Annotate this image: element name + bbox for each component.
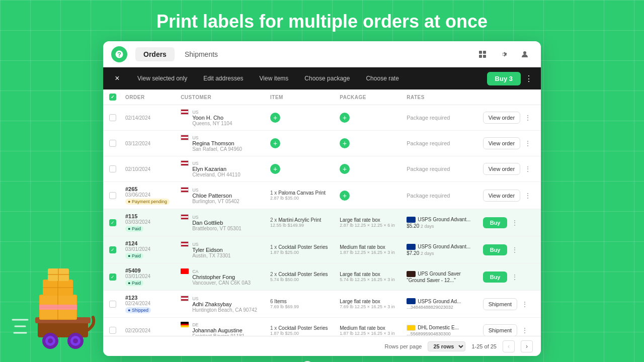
bulk-action-view-selected[interactable]: View selected only [129,75,195,82]
tab-shipments[interactable]: Shipments [177,47,226,61]
shipment-button[interactable]: Shipment [483,298,517,310]
bulk-more-icon[interactable]: ⋮ [525,74,533,83]
table-row: 03/12/2024 US Regina Thomson San Rafael,… [103,131,541,156]
table-container: ORDER CUSTOMER ITEM PACKAGE RATES 02/14/… [103,89,541,336]
action-cell: View order⋮ [479,182,541,209]
app-window: Orders Shipments [103,41,541,356]
action-cell: View order⋮ [479,105,541,131]
package-cell: + [336,156,403,182]
col-order: ORDER [121,89,177,105]
row-checkbox-1[interactable] [109,140,116,147]
bulk-action-view-items[interactable]: View items [252,75,297,82]
row-checkbox-2[interactable] [109,165,116,172]
action-cell: View order⋮ [479,131,541,156]
customer-cell: US Dan Gottlieb Brattleboro, VT 05301 [177,209,266,236]
row-more-icon[interactable]: ⋮ [522,138,533,148]
action-cell: Shipment⋮ [479,318,541,336]
rates-cell: Package required [403,105,479,131]
customer-cell: US Chloe Patterson Burlington, VT 05402 [177,182,266,209]
page-title: Print labels for multiple orders at once [0,0,644,41]
customer-cell: CA Christopher Fong Vancouver, CAN C6K 0… [177,263,266,291]
view-order-button[interactable]: View order [483,190,520,202]
row-more-icon[interactable]: ⋮ [522,113,533,123]
rows-per-page-label: Rows per page [384,343,422,349]
view-order-button[interactable]: View order [483,137,520,149]
tab-orders[interactable]: Orders [135,47,175,61]
nav-bar: Orders Shipments [103,41,541,67]
order-cell: 02/10/2024 [121,156,177,182]
order-cell: #12302/24/2024● Shipped [121,291,177,318]
order-cell: #26503/06/2024● Payment pending [121,182,177,209]
bulk-bar: × View selected only Edit addresses View… [103,67,541,89]
item-cell: 1 x Cocktail Poster Series 1.87 lb $25.0… [266,318,336,336]
row-checkbox-5[interactable] [109,246,116,253]
prev-page-button[interactable]: ‹ [503,340,515,352]
nav-logo[interactable] [111,46,127,62]
col-rates: RATES [403,89,479,105]
action-cell: Buy⋮ [479,236,541,263]
item-cell: 1 x Paloma Canvas Print 2.87 lb $35.00 [266,182,336,209]
user-icon[interactable] [517,46,533,62]
view-order-button[interactable]: View order [483,112,520,124]
add-item-button[interactable]: + [270,113,280,123]
item-cell: 2 x Martini Acrylic Print 12.55 lb $149.… [266,209,336,236]
buy-button[interactable]: Buy [483,272,508,283]
view-order-button[interactable]: View order [483,163,520,175]
add-item-button[interactable]: + [270,138,280,148]
table-row: #12403/01/2024● Paid US Tyler Eidson Aus… [103,236,541,263]
row-more-icon[interactable]: ⋮ [522,164,533,174]
order-cell: #11503/03/2024● Paid [121,209,177,236]
row-more-icon[interactable]: ⋮ [509,272,520,282]
package-cell: Large flat rate box 2.87 lb 12.25 × 12.2… [336,209,403,236]
bulk-close-button[interactable]: × [111,72,123,84]
svg-rect-5 [483,55,486,58]
add-package-button[interactable]: + [340,164,350,174]
add-package-button[interactable]: + [340,138,350,148]
row-checkbox-0[interactable] [109,114,116,121]
bulk-action-edit-addresses[interactable]: Edit addresses [195,75,251,82]
cart-illustration [10,259,111,352]
shipment-button[interactable]: Shipment [483,324,517,336]
table-row: 02/14/2024 US Yoon H. Cho Queens, NY 110… [103,105,541,131]
package-cell: + [336,105,403,131]
order-cell: #540903/01/2024● Paid [121,263,177,291]
table-row: #11503/03/2024● Paid US Dan Gottlieb Bra… [103,209,541,236]
package-cell: Large flat rate box 5.74 lb 12.25 × 16.2… [336,263,403,291]
row-checkbox-4[interactable] [109,219,116,226]
bulk-action-choose-package[interactable]: Choose package [296,75,358,82]
add-package-button[interactable]: + [340,113,350,123]
customer-cell: US Adhi Zhaksybay Huntington Beach, CA 9… [177,291,266,318]
next-page-button[interactable]: › [521,340,533,352]
row-checkbox-3[interactable] [109,192,116,199]
add-package-button[interactable]: + [340,191,350,201]
order-cell: 02/14/2024 [121,105,177,131]
col-package: PACKAGE [336,89,403,105]
row-more-icon[interactable]: ⋮ [519,325,530,335]
rates-cell: DHL Domestic E......5568995904830300 [403,318,479,336]
row-more-icon[interactable]: ⋮ [522,191,533,201]
grid-icon[interactable] [474,46,491,62]
add-item-button[interactable]: + [270,164,280,174]
orders-table: ORDER CUSTOMER ITEM PACKAGE RATES 02/14/… [103,89,541,336]
row-more-icon[interactable]: ⋮ [519,299,530,309]
col-actions [479,89,541,105]
bulk-action-choose-rate[interactable]: Choose rate [358,75,407,82]
svg-rect-3 [483,51,486,54]
package-cell: + [336,182,403,209]
table-row: 02/10/2024 US Elyn Kazarian Cleveland, O… [103,156,541,182]
shippo-branding: shippo [0,356,644,362]
buy-button[interactable]: Buy [483,244,508,255]
svg-point-31 [73,338,78,343]
row-more-icon[interactable]: ⋮ [509,245,520,255]
customer-cell: DE Johannah Augustine Freistaat Bayern 9… [177,318,266,336]
rates-cell: Package required [403,131,479,156]
bulk-buy-button[interactable]: Buy 3 [487,72,521,85]
col-item: ITEM [266,89,336,105]
buy-button[interactable]: Buy [483,217,508,228]
settings-icon[interactable] [496,46,512,62]
row-more-icon[interactable]: ⋮ [509,218,520,228]
select-all-checkbox[interactable] [109,94,116,101]
rows-per-page-select[interactable]: 25 rows 50 rows [428,341,465,351]
customer-cell: US Regina Thomson San Rafael, CA 94960 [177,131,266,156]
package-cell: + [336,131,403,156]
